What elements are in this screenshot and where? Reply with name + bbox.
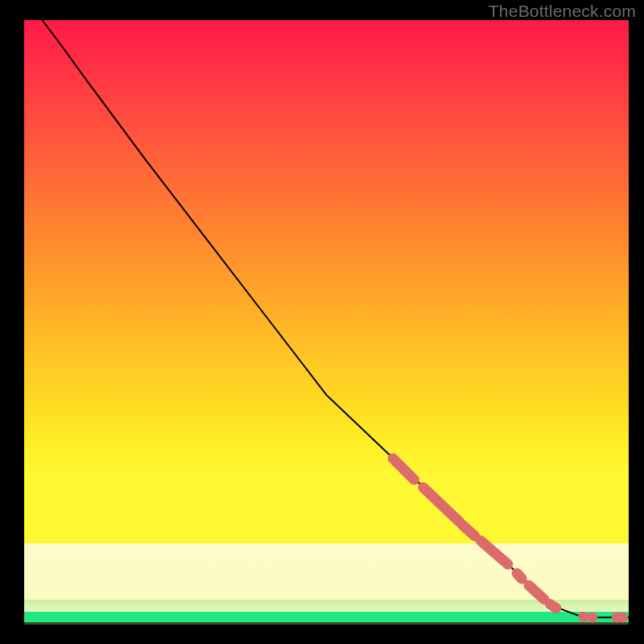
- marker-point: [587, 613, 597, 623]
- marker-segment: [517, 573, 522, 579]
- curve-line: [43, 20, 630, 617]
- chart-svg: [24, 20, 629, 625]
- chart-stage: TheBottleneck.com: [0, 0, 644, 644]
- marker-segment: [423, 488, 460, 522]
- watermark-text: TheBottleneck.com: [489, 2, 636, 21]
- bottleneck-curve: [43, 20, 630, 617]
- marker-segment: [529, 585, 544, 599]
- plot-wrapper: [0, 0, 644, 644]
- marker-segments-group: [393, 459, 556, 609]
- marker-segment: [550, 605, 556, 609]
- marker-segment: [393, 459, 414, 480]
- marker-segment: [463, 525, 475, 536]
- marker-point: [617, 613, 628, 623]
- marker-segment: [481, 541, 508, 564]
- marker-point: [578, 612, 588, 622]
